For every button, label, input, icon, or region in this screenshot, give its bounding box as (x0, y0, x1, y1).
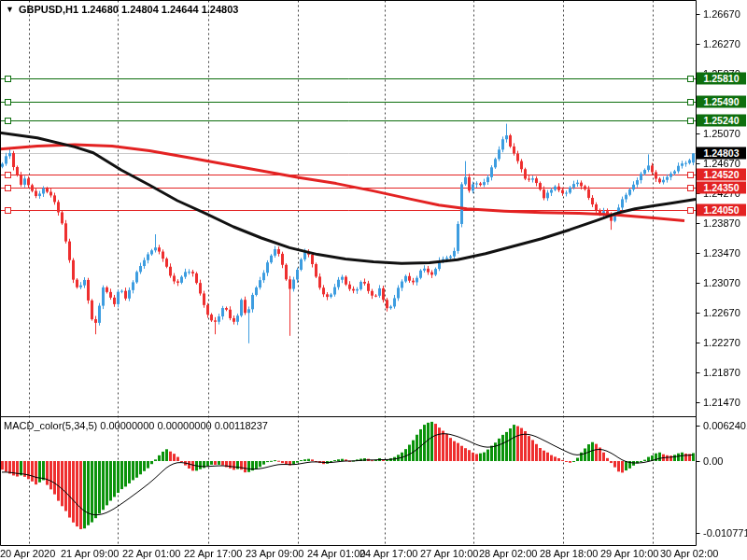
price-tick-label: 1.21470 (703, 397, 740, 408)
indicator-name-label: MACD_color(5,34,5) (4, 420, 97, 431)
symbol-period-label: GBPUSD,H1 (19, 4, 78, 15)
price-badge: 1.25240 (697, 115, 746, 127)
price-badge: 1.25490 (697, 96, 746, 108)
price-tick-label: 1.23470 (703, 247, 740, 259)
time-tick-label: 28 Apr 02:00 (479, 548, 537, 559)
price-badge: 1.24520 (697, 169, 746, 181)
ohlc-values-label: 1.24680 1.24804 1.24644 1.24803 (81, 4, 238, 15)
time-tick-label: 22 Apr 17:00 (184, 548, 242, 559)
price-tick-label: 1.22670 (703, 307, 740, 318)
price-tick-label: 1.23070 (703, 277, 740, 288)
macd-tick-label: 0.00 (703, 455, 723, 467)
time-tick-label: 23 Apr 09:00 (246, 548, 303, 559)
time-tick-label: 21 Apr 09:00 (61, 548, 119, 559)
mt4-chart-window: ▼GBPUSD,H1 1.24680 1.24804 1.24644 1.248… (0, 0, 747, 560)
price-badge: 1.25810 (697, 72, 746, 84)
indicator-title: MACD_color(5,34,5) 0.00000000 0.00000000… (4, 420, 268, 431)
price-tick-label: 1.22270 (703, 337, 740, 348)
time-tick-label: 20 Apr 2020 (0, 548, 55, 559)
price-tick-label: 1.23870 (703, 217, 740, 229)
price-badge: 1.24050 (697, 203, 746, 216)
price-badge: 1.24803 (697, 147, 746, 160)
price-tick-label: 1.26670 (703, 8, 740, 20)
time-tick-label: 24 Apr 01:00 (307, 548, 365, 559)
indicator-values-label: 0.00000000 0.00000000 0.00118237 (100, 420, 268, 431)
macd-tick-label: -0.0107716 (703, 527, 747, 539)
price-tick-label: 1.21870 (703, 367, 740, 378)
time-tick-label: 27 Apr 10:00 (420, 548, 478, 559)
time-tick-label: 29 Apr 10:00 (600, 548, 658, 559)
time-tick-label: 24 Apr 17:00 (359, 548, 417, 559)
time-tick-label: 30 Apr 02:00 (660, 548, 718, 559)
dropdown-arrow-icon[interactable]: ▼ (6, 5, 14, 14)
time-tick-label: 22 Apr 01:00 (122, 548, 180, 559)
price-badge: 1.24350 (697, 181, 746, 193)
price-tick-label: 1.25070 (703, 128, 740, 139)
price-tick-label: 1.26270 (703, 38, 740, 49)
macd-tick-label: 0.0062401 (703, 420, 747, 431)
chart-title: ▼GBPUSD,H1 1.24680 1.24804 1.24644 1.248… (6, 4, 238, 15)
time-tick-label: 28 Apr 18:00 (540, 548, 598, 559)
chart-canvas[interactable] (0, 0, 747, 560)
